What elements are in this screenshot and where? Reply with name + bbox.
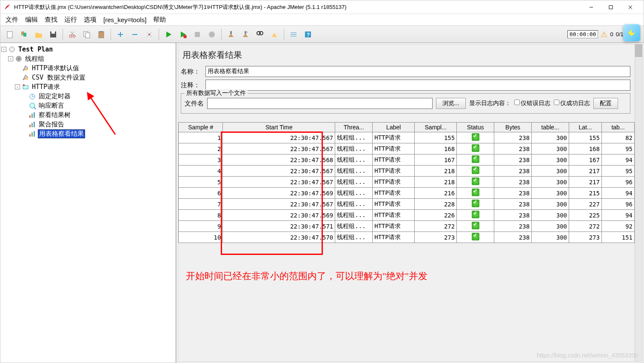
start-button[interactable] — [162, 28, 175, 41]
menu-run[interactable]: 运行 — [62, 15, 80, 25]
menu-edit[interactable]: 编辑 — [23, 15, 40, 25]
configure-button[interactable]: 配置 — [593, 98, 618, 109]
svg-rect-24 — [230, 31, 232, 34]
fieldset-legend: 所有数据写入一个文件 — [185, 89, 248, 97]
column-header[interactable]: Status — [457, 123, 494, 132]
table-row[interactable]: 322:30:47.568线程组...HTTP请求16723830016794 — [179, 154, 635, 166]
column-header[interactable]: Label — [373, 123, 415, 132]
listener-icon — [28, 111, 36, 119]
toggle-icon[interactable]: - — [15, 84, 20, 89]
tree-item[interactable]: 用表格察看结果 — [1, 129, 174, 138]
paste-button[interactable] — [94, 28, 108, 41]
svg-point-23 — [209, 31, 215, 37]
expand-button[interactable] — [114, 28, 127, 41]
status-ok-icon — [472, 211, 479, 218]
stop-button[interactable] — [191, 28, 204, 41]
reset-search-button[interactable] — [268, 28, 281, 41]
filename-label: 文件名 — [185, 100, 204, 108]
table-row[interactable]: 122:30:47.567线程组...HTTP请求15523830015582 — [179, 132, 635, 143]
listener-icon — [28, 130, 36, 137]
column-header[interactable]: tab... — [601, 123, 634, 132]
column-header[interactable]: Sampl... — [415, 123, 457, 132]
minimize-button[interactable] — [581, 1, 601, 14]
results-table-panel: 用表格察看结果 名称： 注释： 所有数据写入一个文件 文件名 浏览... 显示日… — [178, 44, 643, 362]
start-no-timers-button[interactable] — [176, 28, 190, 41]
function-helper-button[interactable] — [287, 28, 300, 41]
search-button[interactable] — [253, 28, 267, 41]
tree-label: 固定定时器 — [38, 92, 71, 100]
name-input[interactable] — [205, 66, 630, 77]
filename-input[interactable] — [207, 98, 433, 109]
cut-button[interactable] — [66, 28, 79, 41]
table-row[interactable]: 622:30:47.569线程组...HTTP请求21623830021594 — [179, 188, 635, 199]
warning-icon[interactable]: ⚠ — [601, 30, 607, 39]
close-button[interactable] — [621, 1, 640, 14]
copy-button[interactable] — [80, 28, 94, 41]
column-header[interactable]: Threa... — [335, 123, 373, 132]
toggle-icon[interactable]: - — [1, 47, 6, 52]
new-button[interactable] — [3, 28, 17, 41]
collapse-button[interactable] — [128, 28, 142, 41]
success-only-checkbox[interactable]: 仅成功日志 — [554, 100, 590, 107]
table-row[interactable]: 222:30:47.567线程组...HTTP请求16823830016895 — [179, 143, 635, 154]
column-header[interactable]: Sample # — [179, 123, 223, 132]
svg-line-47 — [34, 107, 36, 109]
column-header[interactable]: Bytes — [494, 123, 532, 132]
column-header[interactable]: table... — [532, 123, 569, 132]
tree-item[interactable]: 固定定时器 — [1, 91, 174, 101]
open-button[interactable] — [32, 28, 46, 41]
save-button[interactable] — [46, 28, 60, 41]
table-row[interactable]: 422:30:47.567线程组...HTTP请求21823830021795 — [179, 166, 635, 177]
browse-button[interactable]: 浏览... — [436, 98, 466, 109]
menu-file[interactable]: 文件 — [3, 15, 21, 25]
results-table[interactable]: Sample #Start TimeThrea...LabelSampl...S… — [178, 122, 635, 243]
shutdown-button[interactable] — [205, 28, 219, 41]
column-header[interactable]: Start Time — [223, 123, 335, 132]
tree-item[interactable]: HTTP请求默认值 — [1, 63, 174, 73]
svg-rect-14 — [85, 33, 90, 38]
toggle-button[interactable] — [142, 28, 156, 41]
panel-scrollbar[interactable] — [635, 44, 642, 361]
menu-help[interactable]: 帮助 — [151, 15, 168, 25]
tree-item[interactable]: 响应断言 — [1, 101, 174, 110]
maximize-button[interactable] — [601, 1, 621, 14]
status-ok-icon — [472, 222, 479, 229]
table-row[interactable]: 522:30:47.567线程组...HTTP请求21823830021796 — [179, 177, 635, 188]
templates-button[interactable] — [17, 28, 31, 41]
column-header[interactable]: Lat... — [569, 123, 602, 132]
config-icon — [22, 74, 29, 81]
tree-item[interactable]: -HTTP请求 — [1, 82, 174, 91]
svg-rect-56 — [34, 131, 35, 137]
tree-label: 用表格察看结果 — [38, 129, 85, 138]
table-row[interactable]: 922:30:47.571线程组...HTTP请求27223830027292 — [179, 221, 635, 232]
menu-tools[interactable]: [res_key=tools] — [101, 15, 149, 24]
svg-rect-41 — [23, 86, 28, 89]
table-row[interactable]: 1022:30:47.570线程组...HTTP请求27323830027315… — [179, 232, 635, 243]
comment-input[interactable] — [205, 80, 630, 91]
svg-point-39 — [26, 68, 28, 71]
tree-item[interactable]: 察看结果树 — [1, 110, 174, 120]
toggle-icon[interactable]: - — [8, 56, 13, 61]
help-button[interactable]: ? — [301, 28, 315, 41]
elapsed-timer: 00:00:00 — [567, 30, 598, 38]
test-plan-tree[interactable]: - Test Plan -线程组HTTP请求默认值CSV 数据文件设置-HTTP… — [0, 43, 177, 363]
svg-rect-16 — [100, 31, 103, 32]
tree-root[interactable]: - Test Plan — [1, 45, 174, 54]
menu-options[interactable]: 选项 — [81, 15, 99, 25]
menu-search[interactable]: 查找 — [42, 15, 60, 25]
svg-point-20 — [148, 34, 150, 35]
table-row[interactable]: 822:30:47.569线程组...HTTP请求22623830022594 — [179, 210, 635, 221]
tree-item[interactable]: CSV 数据文件设置 — [1, 73, 174, 82]
table-row[interactable]: 722:30:47.567线程组...HTTP请求22823830022796 — [179, 199, 635, 210]
clear-button[interactable] — [224, 28, 238, 41]
assertion-icon — [28, 102, 36, 109]
timer-icon — [28, 92, 36, 100]
svg-text:*: * — [247, 31, 248, 34]
tree-item[interactable]: 聚合报告 — [1, 120, 174, 129]
errors-only-checkbox[interactable]: 仅错误日志 — [514, 100, 550, 107]
gear-icon — [15, 55, 23, 63]
tree-item[interactable]: -线程组 — [1, 54, 174, 63]
status-ok-icon — [472, 200, 479, 207]
menubar: 文件 编辑 查找 运行 选项 [res_key=tools] 帮助 — [0, 14, 644, 26]
clear-all-button[interactable]: * — [239, 28, 252, 41]
